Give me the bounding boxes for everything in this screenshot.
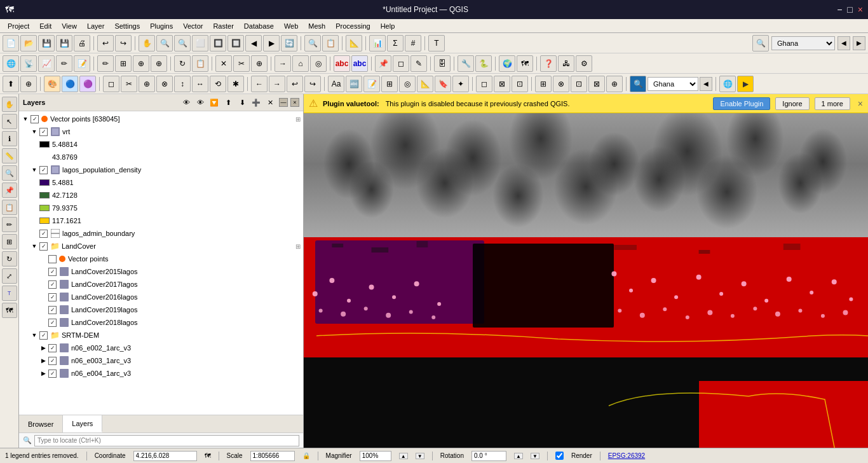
zoom-out-button[interactable]: 🔍: [174, 35, 191, 52]
location-combo[interactable]: Ghana Lagos: [771, 36, 835, 50]
location-search-prev[interactable]: ◀: [700, 77, 712, 91]
adv-btn-13[interactable]: ✱: [227, 76, 244, 92]
adv-btn-25[interactable]: ✦: [452, 76, 469, 92]
measure-button[interactable]: 📐: [346, 35, 362, 52]
text-annotation-button[interactable]: T: [428, 35, 445, 52]
zoom-selection-button[interactable]: 🔲: [227, 35, 244, 52]
layer-expand-vector-points[interactable]: ▼: [22, 115, 29, 123]
layer-item-vector-points[interactable]: ▼ Vector points [638045] ⊞: [19, 113, 303, 125]
globe-btn[interactable]: 🌍: [499, 55, 515, 72]
layer-expand-vrt[interactable]: ▼: [31, 128, 38, 135]
undo-button[interactable]: ↩: [97, 35, 114, 52]
layer-item-lc2015[interactable]: ▶ LandCover2015lagos: [19, 265, 303, 278]
left-tool-annotation[interactable]: 📌: [2, 183, 17, 198]
add-feature-btn[interactable]: ⊕: [151, 55, 167, 72]
menu-edit[interactable]: Edit: [34, 21, 57, 31]
epsg-label[interactable]: EPSG:26392: [608, 452, 645, 459]
left-tool-select[interactable]: ↖: [2, 114, 17, 129]
adv-btn-31[interactable]: ⊡: [571, 76, 587, 92]
layer-item-vrt[interactable]: ▼ vrt: [19, 125, 303, 138]
reshape-btn[interactable]: ⌂: [292, 55, 309, 72]
db-manager-btn[interactable]: 🗄: [434, 55, 451, 72]
location-prev-button[interactable]: ◀: [837, 36, 850, 50]
open-project-button[interactable]: 📂: [20, 35, 37, 52]
adv-btn-11[interactable]: ↔: [192, 76, 208, 92]
menu-web[interactable]: Web: [279, 21, 303, 31]
python-btn[interactable]: 🐍: [475, 55, 492, 72]
zoom-full-button[interactable]: ⬜: [192, 35, 208, 52]
layer-check-vrt[interactable]: [39, 128, 48, 136]
left-tool-edit[interactable]: ✏: [2, 217, 17, 232]
tab-layers[interactable]: Layers: [63, 415, 102, 432]
layer-check-lagos-admin[interactable]: [39, 230, 48, 238]
panel-close-btn[interactable]: ×: [290, 98, 299, 107]
coordinate-input[interactable]: [133, 451, 197, 461]
menu-view[interactable]: View: [57, 21, 82, 31]
snap-btn[interactable]: ✏: [97, 55, 114, 72]
layer-item-lc2017[interactable]: ▶ LandCover2017lagos: [19, 278, 303, 291]
label-btn-2[interactable]: abc: [351, 55, 368, 72]
location-search-icon[interactable]: 🔍: [752, 35, 769, 52]
layer-landcover-zoom[interactable]: ⊞: [295, 243, 301, 250]
help-btn[interactable]: ❓: [540, 55, 557, 72]
field-calc-button[interactable]: #: [405, 35, 421, 52]
layer-check-landcover[interactable]: [39, 242, 48, 251]
identify-button[interactable]: 🔍: [304, 35, 321, 52]
adv-btn-34[interactable]: 🔍: [630, 76, 646, 92]
rotation-input[interactable]: [471, 451, 506, 461]
layer-check-lc2016[interactable]: [48, 293, 57, 301]
render-checkbox[interactable]: [555, 452, 564, 460]
fill-ring-btn[interactable]: ◎: [310, 55, 327, 72]
zoom-next-button[interactable]: ▶: [263, 35, 280, 52]
adv-btn-4[interactable]: 🔵: [62, 76, 78, 92]
layer-expand-lagos-pop[interactable]: ▼: [31, 166, 38, 174]
menu-mesh[interactable]: Mesh: [303, 21, 330, 31]
select-button[interactable]: 📋: [322, 35, 339, 52]
zoom-layer-button[interactable]: 🔲: [210, 35, 226, 52]
adv-btn-29[interactable]: ⊞: [535, 76, 552, 92]
plugin-manager-btn[interactable]: 🔧: [458, 55, 474, 72]
node-tool[interactable]: ⊞: [115, 55, 132, 72]
adv-btn-28[interactable]: ⊡: [512, 76, 528, 92]
layer-item-vector-pts-child[interactable]: ▶ Vector points: [19, 252, 303, 265]
layer-item-lc2019[interactable]: ▶ LandCover2019lagos: [19, 303, 303, 316]
adv-btn-23[interactable]: 📐: [417, 76, 433, 92]
collapse-all-btn[interactable]: ⬇: [236, 96, 248, 109]
layer-check-srtm[interactable]: [39, 331, 48, 340]
adv-btn-9[interactable]: ⊗: [156, 76, 173, 92]
ignore-plugin-button[interactable]: Ignore: [775, 97, 809, 110]
layer-check-vec-child[interactable]: [48, 255, 57, 263]
crs-button[interactable]: 🌐: [719, 76, 736, 92]
adv-btn-27[interactable]: ⊠: [494, 76, 510, 92]
layer-item-lc2018[interactable]: ▶ LandCover2018lagos: [19, 316, 303, 329]
layer-item-srtm-group[interactable]: ▼ 📁 SRTM-DEM: [19, 329, 303, 342]
adv-btn-24[interactable]: 🔖: [435, 76, 451, 92]
save-project-button[interactable]: 💾: [38, 35, 55, 52]
filter-legend-btn[interactable]: 🔽: [208, 96, 220, 109]
label-btn-1[interactable]: abc: [334, 55, 350, 72]
add-group-btn[interactable]: ➕: [250, 96, 262, 109]
adv-btn-18[interactable]: Aa: [328, 76, 344, 92]
vertex-btn[interactable]: ⊕: [133, 55, 149, 72]
zoom-prev-button[interactable]: ◀: [245, 35, 262, 52]
renderer-btn[interactable]: ▶: [737, 76, 754, 92]
adv-btn-20[interactable]: 📝: [363, 76, 380, 92]
menu-settings[interactable]: Settings: [109, 21, 145, 31]
layer-check-lc2019[interactable]: [48, 306, 57, 314]
adv-btn-12[interactable]: ⟲: [210, 76, 226, 92]
magnifier-down-btn[interactable]: ▼: [416, 453, 424, 459]
adv-btn-5[interactable]: 🟣: [79, 76, 96, 92]
select-expr-btn[interactable]: ✎: [410, 55, 427, 72]
digitize-btn-1[interactable]: 🌐: [3, 55, 19, 72]
adv-btn-8[interactable]: ⊕: [139, 76, 155, 92]
left-tool-rotate[interactable]: ↻: [2, 251, 17, 266]
layer-item-lagos-pop[interactable]: ▼ lagos_population_density: [19, 163, 303, 176]
close-button[interactable]: ×: [858, 4, 863, 15]
adv-btn-19[interactable]: 🔤: [346, 76, 362, 92]
layer-check-n06e003[interactable]: [48, 357, 57, 365]
map-canvas[interactable]: [304, 113, 868, 448]
quickmap-btn[interactable]: 🗺: [517, 55, 533, 72]
left-tool-label[interactable]: T: [2, 286, 17, 301]
digitize-btn-2[interactable]: 📡: [20, 55, 37, 72]
select-location-btn[interactable]: 📌: [375, 55, 391, 72]
